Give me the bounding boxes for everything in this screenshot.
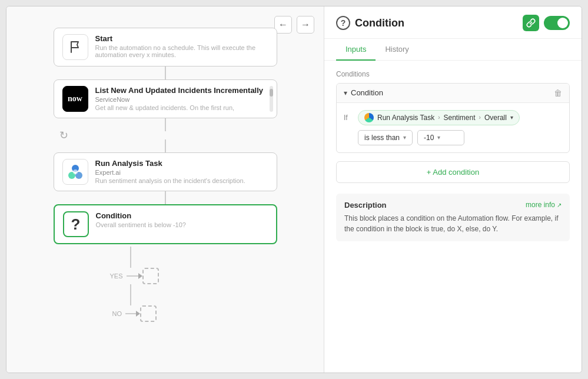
toggle-switch[interactable] <box>544 16 570 30</box>
condition-card: ▾ Condition 🗑 If Run Analysis Task <box>336 83 570 153</box>
chevron-icon: ▾ <box>344 89 347 97</box>
desc-header: Description more info ↗ <box>344 201 562 210</box>
right-content: Conditions ▾ Condition 🗑 If <box>324 61 582 373</box>
condition-header-left: ▾ Condition <box>344 88 383 97</box>
more-info-label: more info <box>526 201 555 209</box>
yes-arrow <box>138 273 142 279</box>
link-icon[interactable] <box>523 15 539 31</box>
servicenow-content: List New And Updated Incidents Increment… <box>95 86 264 111</box>
condition-card-body: If Run Analysis Task › Sentiment › Overa… <box>337 103 569 152</box>
external-link-icon: ↗ <box>557 202 562 208</box>
no-vert-line <box>130 284 131 305</box>
pill-part-3: Overall <box>484 114 507 122</box>
expertai-mini-icon <box>364 113 374 122</box>
tab-inputs[interactable]: Inputs <box>336 39 376 61</box>
start-desc: Run the automation no a schedule. This w… <box>95 44 268 58</box>
start-title: Start <box>95 34 268 43</box>
header-icons <box>523 15 570 31</box>
right-header: ? Condition <box>324 6 582 39</box>
pill-part-1: Run Analysis Task <box>377 114 434 122</box>
pill-part-2: Sentiment <box>444 114 476 122</box>
right-panel: ? Condition Inputs History <box>324 6 582 373</box>
analysis-desc: Run sentiment analysis on the incident's… <box>95 177 245 184</box>
yes-end-box[interactable] <box>142 268 159 284</box>
condition-desc: Overall sentiment is below -10? <box>96 221 186 228</box>
operator-chevron: ▾ <box>403 134 406 141</box>
value-chevron: ▾ <box>437 134 440 141</box>
tab-history[interactable]: History <box>376 39 418 61</box>
condition-block-label: Condition <box>351 88 383 97</box>
title-row: ? Condition <box>336 16 404 30</box>
if-label: If <box>344 114 353 122</box>
operator-label: is less than <box>364 134 400 142</box>
connector-1 <box>165 67 166 79</box>
condition-title: Condition <box>96 211 186 220</box>
more-info-link[interactable]: more info ↗ <box>526 201 562 209</box>
no-horiz <box>125 313 136 314</box>
add-condition-button[interactable]: + Add condition <box>336 161 570 183</box>
servicenow-desc: Get all new & updated incidents. On the … <box>95 104 264 111</box>
servicenow-node[interactable]: now List New And Updated Incidents Incre… <box>54 79 277 118</box>
yes-horiz <box>127 275 138 277</box>
yes-vert-line <box>130 247 131 268</box>
no-label: NO <box>112 310 122 317</box>
main-container: ← → Start Run the automation no a schedu… <box>6 6 582 373</box>
condition-pill[interactable]: Run Analysis Task › Sentiment › Overall … <box>358 110 520 125</box>
connector-3 <box>165 139 166 152</box>
servicenow-icon: now <box>62 86 88 112</box>
pill-chevron-1: › <box>438 114 440 121</box>
start-content: Start Run the automation no a schedule. … <box>95 34 268 58</box>
no-end-box[interactable] <box>140 305 157 322</box>
connector-4 <box>165 191 166 204</box>
undo-button[interactable]: ← <box>274 16 292 34</box>
no-arrow <box>136 311 140 317</box>
svg-point-3 <box>73 169 78 174</box>
start-node[interactable]: Start Run the automation no a schedule. … <box>54 28 277 67</box>
operator-row: is less than ▾ -10 ▾ <box>358 130 562 145</box>
no-branch-vert <box>130 284 277 305</box>
left-panel: ← → Start Run the automation no a schedu… <box>6 6 324 373</box>
analysis-subtitle: Expert.ai <box>95 169 245 176</box>
conditions-section: Conditions ▾ Condition 🗑 If <box>336 70 570 153</box>
analysis-icon <box>62 159 88 185</box>
condition-node[interactable]: ? Condition Overall sentiment is below -… <box>54 204 277 244</box>
scrollbar-thumb <box>270 89 273 97</box>
condition-icon: ? <box>63 211 89 237</box>
condition-card-header: ▾ Condition 🗑 <box>337 84 569 103</box>
start-icon <box>62 34 88 60</box>
condition-question-icon: ? <box>336 16 350 30</box>
servicenow-title: List New And Updated Incidents Increment… <box>95 86 264 95</box>
branches-area: YES NO <box>54 244 277 322</box>
servicenow-subtitle: ServiceNow <box>95 96 264 103</box>
right-title: Condition <box>355 17 404 29</box>
pill-chevron-down: ▾ <box>510 114 513 121</box>
description-section: Description more info ↗ This block place… <box>336 194 570 241</box>
redo-button[interactable]: → <box>297 16 314 34</box>
flow-wrapper: Start Run the automation no a schedule. … <box>24 18 306 322</box>
yes-label: YES <box>110 272 123 280</box>
desc-title: Description <box>344 201 387 210</box>
tabs-row: Inputs History <box>324 39 582 61</box>
yes-row: YES <box>110 268 277 284</box>
analysis-title: Run Analysis Task <box>95 159 245 168</box>
repeat-icon: ↺ <box>59 129 68 142</box>
analysis-content: Run Analysis Task Expert.ai Run sentimen… <box>95 159 245 184</box>
node-scrollbar[interactable] <box>270 86 273 112</box>
yes-branch <box>130 247 277 268</box>
condition-content: Condition Overall sentiment is below -10… <box>96 211 186 228</box>
value-dropdown[interactable]: -10 ▾ <box>417 130 464 145</box>
if-row: If Run Analysis Task › Sentiment › Overa… <box>344 110 562 125</box>
delete-condition-icon[interactable]: 🗑 <box>554 88 562 98</box>
desc-text: This block places a condition on the Aut… <box>344 213 562 234</box>
value-label: -10 <box>424 134 434 142</box>
no-row: NO <box>112 305 277 322</box>
left-toolbar: ← → <box>274 16 314 34</box>
conditions-label: Conditions <box>336 70 570 78</box>
pill-chevron-2: › <box>479 114 481 121</box>
operator-dropdown[interactable]: is less than ▾ <box>358 130 413 145</box>
analysis-node[interactable]: Run Analysis Task Expert.ai Run sentimen… <box>54 152 277 191</box>
